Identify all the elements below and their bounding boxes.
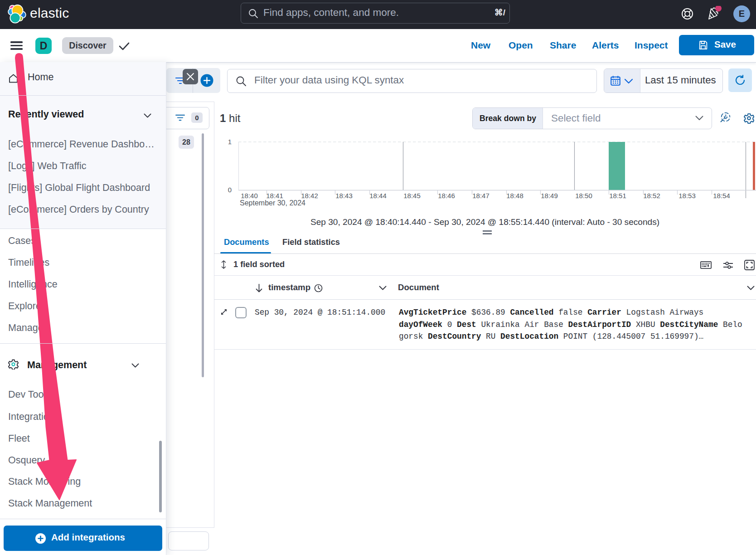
svg-text:18:45: 18:45 xyxy=(403,192,421,200)
svg-text:18:54: 18:54 xyxy=(713,192,730,200)
svg-text:18:47: 18:47 xyxy=(472,192,489,200)
svg-text:18:50: 18:50 xyxy=(575,192,592,200)
svg-text:0: 0 xyxy=(228,186,232,194)
svg-text:18:51: 18:51 xyxy=(609,192,626,200)
svg-text:18:44: 18:44 xyxy=(369,192,387,200)
svg-text:1: 1 xyxy=(228,138,232,146)
svg-text:18:41: 18:41 xyxy=(266,192,283,200)
svg-text:18:48: 18:48 xyxy=(506,192,523,200)
svg-text:18:42: 18:42 xyxy=(301,192,318,200)
svg-text:September 30, 2024: September 30, 2024 xyxy=(240,199,305,207)
svg-text:18:40: 18:40 xyxy=(241,192,258,200)
svg-text:18:52: 18:52 xyxy=(643,192,660,200)
svg-text:18:53: 18:53 xyxy=(678,192,696,200)
svg-text:18:46: 18:46 xyxy=(438,192,455,200)
svg-text:18:43: 18:43 xyxy=(335,192,353,200)
svg-text:18:49: 18:49 xyxy=(541,192,558,200)
